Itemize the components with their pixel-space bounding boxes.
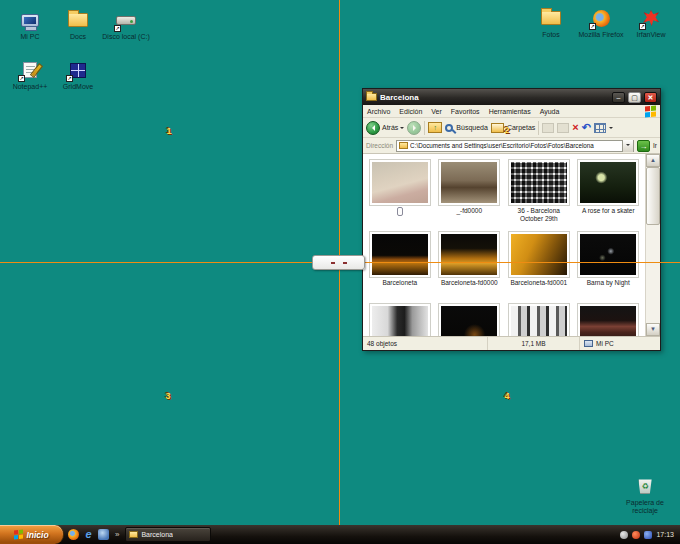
tray-app-red-icon[interactable] xyxy=(632,531,640,539)
file-item-barceloneta[interactable]: Barceloneta xyxy=(365,229,435,301)
folder-icon xyxy=(129,531,138,538)
menu-item-edici-n[interactable]: Edición xyxy=(399,108,422,115)
scrollbar-thumb[interactable] xyxy=(646,167,660,225)
delete-button[interactable]: × xyxy=(572,122,578,133)
search-button[interactable]: Búsqueda xyxy=(445,124,488,132)
icon-wrap xyxy=(539,6,563,30)
back-label: Atrás xyxy=(382,124,398,131)
tray-app-gray-icon[interactable] xyxy=(620,531,628,539)
desktop-icon-irfanview[interactable]: ↗IrfanView xyxy=(626,4,676,52)
file-item-photo[interactable] xyxy=(574,301,644,336)
photo-thumbnail xyxy=(441,162,497,203)
address-combo[interactable]: C:\Documents and Settings\user\Escritori… xyxy=(396,140,634,152)
desktop-icon-mi-pc[interactable]: Mi PC xyxy=(6,6,54,54)
file-item-a-rose-for-a-skater[interactable]: A rose for a skater xyxy=(574,157,644,229)
search-label: Búsqueda xyxy=(456,124,488,131)
move-to-button[interactable] xyxy=(542,123,554,133)
menu-item-ver[interactable]: Ver xyxy=(431,108,442,115)
photo-thumbnail xyxy=(511,234,567,275)
gridmove-zone-number-4: 4 xyxy=(504,391,509,401)
views-button[interactable] xyxy=(594,123,606,133)
start-button[interactable]: Inicio xyxy=(0,525,64,544)
window-titlebar[interactable]: Barcelona – ▢ ✕ xyxy=(363,89,660,105)
gridmove-drag-handle[interactable] xyxy=(312,255,365,270)
scroll-down-button[interactable]: ▼ xyxy=(646,323,660,336)
copy-to-button[interactable] xyxy=(557,123,569,133)
menu-item-archivo[interactable]: Archivo xyxy=(367,108,390,115)
folder-icon xyxy=(68,13,88,27)
forward-button[interactable] xyxy=(407,121,421,135)
window-folder-icon xyxy=(366,93,377,101)
scroll-up-button[interactable]: ▲ xyxy=(646,154,660,167)
menu-item-favoritos[interactable]: Favoritos xyxy=(451,108,480,115)
desktop-icon-notepad[interactable]: ↗Notepad++ xyxy=(6,56,54,104)
quick-launch-internet-explorer-icon[interactable]: e xyxy=(83,529,94,540)
tray-app-blue-icon[interactable] xyxy=(644,531,652,539)
address-dropdown-button[interactable] xyxy=(622,140,633,152)
file-item-fd0000[interactable]: _-fd0000 xyxy=(435,157,505,229)
chevron-down-icon xyxy=(626,144,630,148)
desktop-icon-fotos[interactable]: Fotos xyxy=(526,4,576,52)
go-label: Ir xyxy=(653,142,657,149)
vertical-scrollbar[interactable]: ▲ ▼ xyxy=(645,154,660,336)
file-item-photo[interactable] xyxy=(435,301,505,336)
search-icon xyxy=(445,124,453,132)
windows-flag-icon xyxy=(14,530,23,540)
file-item-photo[interactable] xyxy=(365,301,435,336)
photo-thumbnail xyxy=(372,234,428,275)
icon-wrap: ↗ xyxy=(114,8,138,32)
file-item-barceloneta-fd0000[interactable]: Barceloneta-fd0000 xyxy=(435,229,505,301)
folders-button[interactable]: Carpetas xyxy=(491,123,535,133)
quick-launch-firefox-icon[interactable] xyxy=(68,529,79,540)
desktop-icons-left: Mi PCDocs↗Disco local (C:)↗Notepad++↗Gri… xyxy=(6,6,150,104)
desktop-icon-papelera-de-reciclaje[interactable]: ♻ Papelera de reciclaje xyxy=(616,472,674,515)
file-thumbnail-frame xyxy=(438,159,500,206)
my-computer-icon xyxy=(584,340,593,347)
scrollbar-track[interactable] xyxy=(646,167,660,323)
file-item-photo[interactable] xyxy=(504,301,574,336)
file-item-barna-by-night[interactable]: Barna by Night xyxy=(574,229,644,301)
notepad-icon xyxy=(23,62,37,78)
desktop-icon-label: IrfanView xyxy=(626,31,676,39)
quick-launch-messenger-icon[interactable] xyxy=(98,529,109,540)
files-grid: _-fd000036 - Barcelona October 29thA ros… xyxy=(363,154,645,336)
computer-icon xyxy=(21,14,39,27)
file-item-barceloneta-fd0001[interactable]: Barceloneta-fd0001 xyxy=(504,229,574,301)
file-name: 36 - Barcelona October 29th xyxy=(504,207,574,222)
close-button[interactable]: ✕ xyxy=(644,92,657,103)
desktop-icon-label: Mi PC xyxy=(6,33,54,41)
taskbar-button-barcelona[interactable]: Barcelona xyxy=(125,527,211,542)
photo-thumbnail xyxy=(511,306,567,336)
file-name: Barceloneta-fd0000 xyxy=(435,279,505,287)
desktop-icon-docs[interactable]: Docs xyxy=(54,6,102,54)
back-dropdown-icon[interactable] xyxy=(400,127,404,131)
toolbar: Atrás ↑ Búsqueda Carpetas × ↶ xyxy=(363,118,660,138)
maximize-button[interactable]: ▢ xyxy=(628,92,641,103)
shortcut-arrow-icon: ↗ xyxy=(114,25,121,32)
shortcut-arrow-icon: ↗ xyxy=(589,23,596,30)
desktop-icon-mozilla-firefox[interactable]: ↗Mozilla Firefox xyxy=(576,4,626,52)
file-item-photo[interactable] xyxy=(365,157,435,229)
views-dropdown-icon[interactable] xyxy=(609,127,613,131)
menu-items: ArchivoEdiciónVerFavoritosHerramientasAy… xyxy=(367,108,636,115)
back-button[interactable]: Atrás xyxy=(366,121,404,135)
up-button[interactable]: ↑ xyxy=(428,122,442,133)
handle-dot xyxy=(343,262,347,264)
menu-item-ayuda[interactable]: Ayuda xyxy=(540,108,560,115)
folders-label: Carpetas xyxy=(507,124,535,131)
minimize-button[interactable]: – xyxy=(612,92,625,103)
desktop-icon-disco-local-c[interactable]: ↗Disco local (C:) xyxy=(102,6,150,54)
file-item-36-barcelona-october-29th[interactable]: 36 - Barcelona October 29th xyxy=(504,157,574,229)
file-name: Barna by Night xyxy=(574,279,644,287)
desktop-icon-gridmove[interactable]: ↗GridMove xyxy=(54,56,102,104)
address-path[interactable]: C:\Documents and Settings\user\Escritori… xyxy=(410,142,620,149)
file-thumbnail-frame xyxy=(438,303,500,336)
quick-launch: e xyxy=(64,529,113,540)
windows-logo-icon xyxy=(645,105,656,117)
quick-launch-overflow-chevron[interactable]: » xyxy=(113,530,121,539)
menu-item-herramientas[interactable]: Herramientas xyxy=(489,108,531,115)
undo-button[interactable]: ↶ xyxy=(582,122,591,133)
go-button[interactable]: → xyxy=(637,140,650,152)
shortcut-arrow-icon: ↗ xyxy=(18,75,25,82)
photo-thumbnail xyxy=(580,162,636,203)
